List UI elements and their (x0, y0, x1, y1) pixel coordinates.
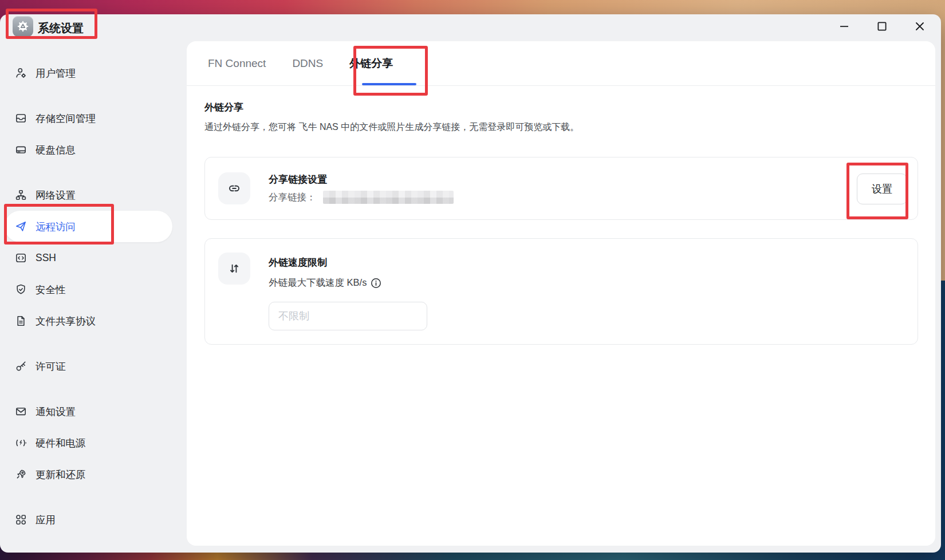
sidebar-item-label: 更新和还原 (36, 468, 86, 482)
info-icon[interactable] (371, 278, 381, 289)
sidebar-item-label: 硬件和电源 (36, 436, 86, 450)
speed-icon-box (218, 253, 250, 285)
sidebar-item-remote-access[interactable]: 远程访问 (5, 211, 172, 242)
sidebar-item-update-restore[interactable]: 更新和还原 (0, 459, 178, 490)
sidebar-item-file-sharing-protocols[interactable]: 文件共享协议 (0, 305, 178, 337)
storage-icon (15, 112, 27, 124)
sidebar-item-label: 网络设置 (36, 188, 76, 202)
sidebar-item-storage-management[interactable]: 存储空间管理 (0, 102, 178, 134)
sidebar-item-security[interactable]: 安全性 (0, 274, 178, 305)
power-icon (15, 437, 27, 449)
close-button[interactable] (907, 15, 932, 38)
sidebar-item-apps[interactable]: 应用 (0, 504, 178, 535)
link-icon-box (218, 172, 250, 204)
sidebar-item-label: 应用 (36, 513, 56, 527)
speed-limit-card: 外链速度限制 外链最大下载速度 KB/s (204, 238, 918, 345)
sidebar-item-label: 存储空间管理 (36, 112, 96, 125)
network-icon (15, 189, 27, 201)
app-icon (13, 16, 33, 37)
speed-limit-subtitle: 外链最大下载速度 KB/s (269, 277, 367, 289)
minimize-button[interactable] (832, 15, 857, 38)
window-title: 系统设置 (38, 21, 84, 36)
system-settings-window: 系统设置 用户管理 (0, 14, 941, 553)
speed-limit-card-title: 外链速度限制 (269, 256, 427, 269)
maximize-button[interactable] (869, 15, 895, 38)
sidebar-item-user-management[interactable]: 用户管理 (0, 57, 178, 89)
terminal-icon (15, 252, 27, 264)
paper-plane-icon (15, 220, 27, 232)
main-panel: FN Connect DDNS 外链分享 外链分享 通过外链分享，您可将 飞牛 … (187, 41, 935, 546)
sidebar-item-hardware-power[interactable]: 硬件和电源 (0, 427, 178, 459)
share-link-texts: 分享链接设置 分享链接： (269, 173, 454, 204)
active-tab-underline (362, 83, 416, 85)
sidebar: 用户管理 存储空间管理 硬盘信息 网络设置 (0, 57, 178, 535)
section-title: 外链分享 (204, 101, 918, 114)
minimize-icon (838, 21, 850, 32)
sidebar-item-label: 用户管理 (36, 66, 76, 80)
maximize-icon (876, 21, 888, 32)
sidebar-item-label: 硬盘信息 (36, 143, 76, 157)
sidebar-item-disk-info[interactable]: 硬盘信息 (0, 134, 178, 165)
share-link-label: 分享链接： (269, 191, 316, 204)
document-icon (15, 315, 27, 327)
sidebar-item-label: 许可证 (36, 360, 66, 373)
share-link-card-title: 分享链接设置 (269, 173, 454, 186)
speed-limit-input[interactable] (269, 302, 427, 330)
speed-limit-texts: 外链速度限制 外链最大下载速度 KB/s (269, 253, 427, 330)
rocket-icon (15, 468, 27, 480)
mail-icon (15, 405, 27, 417)
sidebar-item-label: 通知设置 (36, 405, 76, 419)
share-link-settings-button[interactable]: 设置 (857, 173, 907, 204)
tab-ddns[interactable]: DDNS (292, 57, 323, 70)
link-icon (227, 181, 242, 196)
tab-content: 外链分享 通过外链分享，您可将 飞牛 NAS 中的文件或照片生成分享链接，无需登… (187, 86, 935, 345)
sidebar-item-notification-settings[interactable]: 通知设置 (0, 396, 178, 427)
key-icon (15, 360, 27, 372)
tab-external-link-share[interactable]: 外链分享 (349, 56, 393, 71)
sidebar-item-network-settings[interactable]: 网络设置 (0, 179, 178, 211)
user-gear-icon (15, 67, 27, 79)
sidebar-item-license[interactable]: 许可证 (0, 350, 178, 382)
sidebar-item-ssh[interactable]: SSH (0, 242, 178, 274)
sidebar-item-label: 远程访问 (36, 220, 76, 234)
sidebar-item-label: 安全性 (36, 283, 66, 297)
gear-icon (15, 19, 30, 34)
shield-check-icon (15, 283, 27, 295)
tab-fn-connect[interactable]: FN Connect (208, 57, 266, 70)
tab-bar: FN Connect DDNS 外链分享 (187, 41, 935, 86)
section-description: 通过外链分享，您可将 飞牛 NAS 中的文件或照片生成分享链接，无需登录即可预览… (204, 121, 918, 133)
sidebar-item-label: 文件共享协议 (36, 314, 96, 328)
sidebar-item-label: SSH (36, 252, 56, 264)
window-controls (832, 15, 932, 38)
up-down-arrows-icon (227, 261, 242, 276)
apps-grid-icon (15, 514, 27, 526)
close-icon (914, 21, 926, 32)
redacted-share-link (323, 191, 454, 204)
share-link-card: 分享链接设置 分享链接： 设置 (204, 157, 918, 220)
hard-disk-icon (15, 144, 27, 156)
